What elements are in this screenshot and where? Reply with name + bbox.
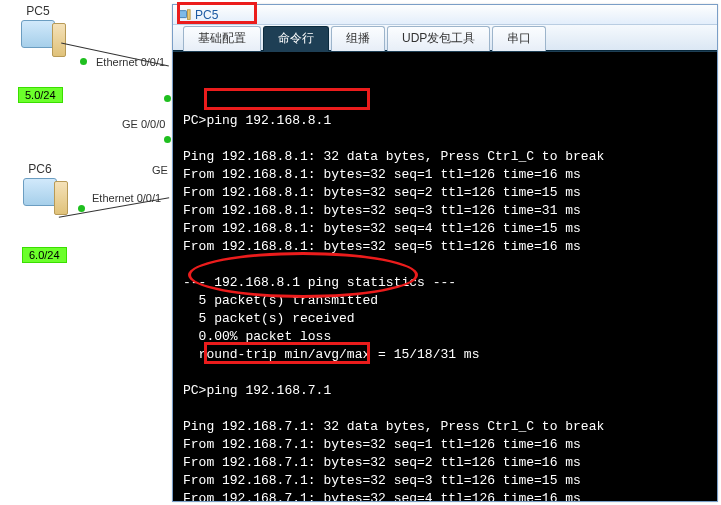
tab-basic[interactable]: 基础配置 [183,26,261,51]
iface-label-ge: GE [152,164,168,176]
link-status-dot [78,205,85,212]
title-bar[interactable]: PC5 [173,5,717,25]
node-pc6-label: PC6 [18,162,62,176]
terminal-line: 0.00% packet loss [183,329,331,344]
tab-cli[interactable]: 命令行 [263,26,329,51]
terminal-line: From 192.168.8.1: bytes=32 seq=4 ttl=126… [183,221,581,236]
terminal-line: PC>ping 192.168.8.1 [183,113,331,128]
terminal-line: From 192.168.8.1: bytes=32 seq=5 ttl=126… [183,239,581,254]
tab-serial[interactable]: 串口 [492,26,546,51]
pc-window-icon [177,8,191,22]
tab-udp[interactable]: UDP发包工具 [387,26,490,51]
terminal-output[interactable]: PC>ping 192.168.8.1 Ping 192.168.8.1: 32… [173,51,717,501]
terminal-line: From 192.168.7.1: bytes=32 seq=2 ttl=126… [183,455,581,470]
terminal-line: From 192.168.8.1: bytes=32 seq=1 ttl=126… [183,167,581,182]
terminal-line: From 192.168.7.1: bytes=32 seq=1 ttl=126… [183,437,581,452]
topology-canvas[interactable]: PC5 Ethernet 0/0/1 5.0/24 GE 0/0/0 GE PC… [0,0,170,505]
terminal-line: --- 192.168.8.1 ping statistics --- [183,275,456,290]
subnet-badge-pc5: 5.0/24 [18,87,63,103]
terminal-line: Ping 192.168.8.1: 32 data bytes, Press C… [183,149,604,164]
link-status-dot [164,136,171,143]
iface-label-ge000: GE 0/0/0 [122,118,165,130]
link-status-dot [80,58,87,65]
tab-multicast[interactable]: 组播 [331,26,385,51]
terminal-line: 5 packet(s) received [183,311,355,326]
terminal-line: Ping 192.168.7.1: 32 data bytes, Press C… [183,419,604,434]
terminal-line: From 192.168.7.1: bytes=32 seq=4 ttl=126… [183,491,581,501]
pc-terminal-window: PC5 基础配置 命令行 组播 UDP发包工具 串口 PC>ping 192.1… [172,4,718,502]
window-title: PC5 [195,8,218,22]
node-pc5[interactable]: PC5 [16,4,60,60]
pc-icon [18,178,62,218]
terminal-line [183,77,596,92]
terminal-line: round-trip min/avg/max = 15/18/31 ms [183,347,479,362]
svg-rect-1 [188,9,191,19]
terminal-line: 5 packet(s) transmitted [183,293,378,308]
terminal-line: PC>ping 192.168.7.1 [183,383,331,398]
svg-rect-0 [178,10,187,17]
terminal-line: From 192.168.8.1: bytes=32 seq=2 ttl=126… [183,185,581,200]
subnet-badge-pc6: 6.0/24 [22,247,67,263]
terminal-line: From 192.168.7.1: bytes=32 seq=3 ttl=126… [183,473,581,488]
link-status-dot [164,95,171,102]
node-pc6[interactable]: PC6 [18,162,62,218]
iface-label-pc6: Ethernet 0/0/1 [92,192,161,204]
tab-bar: 基础配置 命令行 组播 UDP发包工具 串口 [173,25,717,51]
pc-icon [16,20,60,60]
terminal-line: From 192.168.8.1: bytes=32 seq=3 ttl=126… [183,203,581,218]
node-pc5-label: PC5 [16,4,60,18]
